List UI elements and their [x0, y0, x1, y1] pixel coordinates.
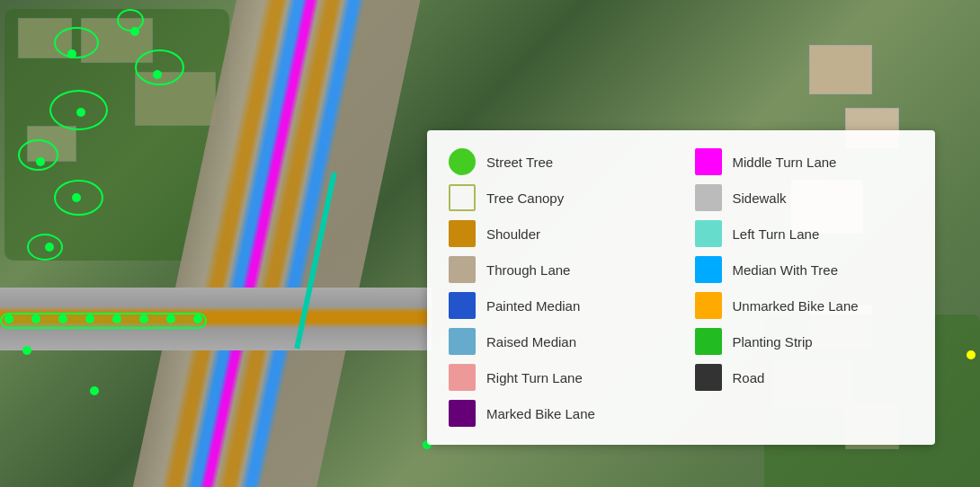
- legend-item-street-tree: Street Tree: [449, 148, 668, 175]
- through-lane-swatch: [449, 256, 476, 283]
- legend-item-marked-bike-lane: Marked Bike Lane: [449, 400, 668, 427]
- street-tree-swatch: [449, 148, 476, 175]
- marked-bike-lane-label: Marked Bike Lane: [486, 406, 595, 421]
- legend-column-right: Middle Turn Lane Sidewalk Left Turn Lane…: [695, 148, 914, 427]
- median-with-tree-swatch: [695, 256, 722, 283]
- street-tree-label: Street Tree: [486, 155, 553, 170]
- through-lane-label: Through Lane: [486, 262, 570, 278]
- right-turn-lane-label: Right Turn Lane: [486, 370, 583, 385]
- legend-item-through-lane: Through Lane: [449, 256, 668, 283]
- tree-canopy-label: Tree Canopy: [486, 190, 564, 206]
- shoulder-label: Shoulder: [486, 226, 540, 242]
- sidewalk-label: Sidewalk: [733, 190, 787, 206]
- tree-canopy-swatch: [449, 184, 476, 211]
- left-turn-lane-swatch: [695, 220, 722, 247]
- legend-item-left-turn-lane: Left Turn Lane: [695, 220, 914, 247]
- legend-column-left: Street Tree Tree Canopy Shoulder Through…: [449, 148, 668, 427]
- left-turn-lane-label: Left Turn Lane: [733, 226, 820, 242]
- legend-item-right-turn-lane: Right Turn Lane: [449, 364, 668, 391]
- legend-item-planting-strip: Planting Strip: [695, 328, 914, 355]
- legend-item-middle-turn-lane: Middle Turn Lane: [695, 148, 914, 175]
- planting-strip-label: Planting Strip: [733, 334, 813, 350]
- planting-strip-swatch: [695, 328, 722, 355]
- middle-turn-lane-label: Middle Turn Lane: [733, 155, 837, 170]
- median-with-tree-label: Median With Tree: [733, 262, 839, 278]
- raised-median-label: Raised Median: [486, 334, 576, 350]
- legend-item-painted-median: Painted Median: [449, 292, 668, 319]
- middle-turn-lane-swatch: [695, 148, 722, 175]
- legend-item-road: Road: [695, 364, 914, 391]
- legend-grid: Street Tree Tree Canopy Shoulder Through…: [449, 148, 913, 427]
- painted-median-label: Painted Median: [486, 298, 580, 314]
- sidewalk-swatch: [695, 184, 722, 211]
- legend-panel: Street Tree Tree Canopy Shoulder Through…: [427, 130, 935, 445]
- marked-bike-lane-swatch: [449, 400, 476, 427]
- legend-item-median-with-tree: Median With Tree: [695, 256, 914, 283]
- road-label: Road: [733, 370, 765, 385]
- raised-median-swatch: [449, 328, 476, 355]
- road-swatch: [695, 364, 722, 391]
- legend-item-unmarked-bike-lane: Unmarked Bike Lane: [695, 292, 914, 319]
- legend-item-tree-canopy: Tree Canopy: [449, 184, 668, 211]
- legend-item-sidewalk: Sidewalk: [695, 184, 914, 211]
- unmarked-bike-lane-label: Unmarked Bike Lane: [733, 298, 859, 314]
- unmarked-bike-lane-swatch: [695, 292, 722, 319]
- painted-median-swatch: [449, 292, 476, 319]
- right-turn-lane-swatch: [449, 364, 476, 391]
- legend-item-shoulder: Shoulder: [449, 220, 668, 247]
- legend-item-raised-median: Raised Median: [449, 328, 668, 355]
- shoulder-swatch: [449, 220, 476, 247]
